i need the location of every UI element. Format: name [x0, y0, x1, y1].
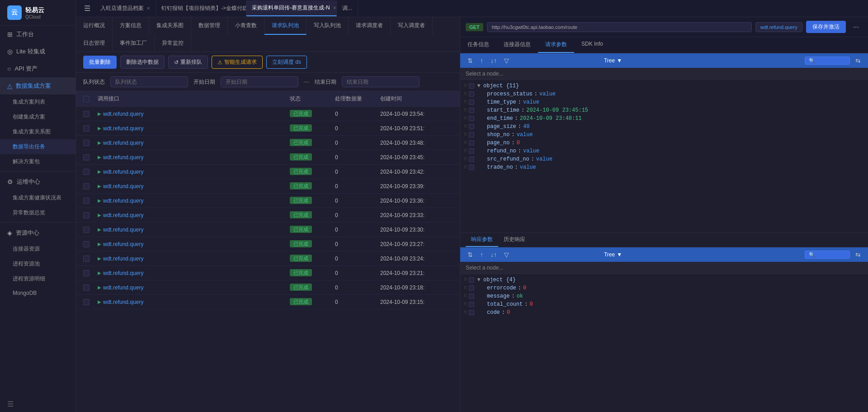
sidebar-item-api[interactable]: ○ API 资产	[0, 60, 75, 77]
right-tab-sdk-info[interactable]: SDK Info	[574, 37, 610, 53]
tab-2[interactable]: 钉钉报销【项目报销类】->金蝶付款单【班西】 ✕	[156, 1, 246, 16]
json-row-checkbox[interactable]	[469, 99, 474, 105]
json-row-checkbox[interactable]	[469, 116, 474, 121]
json-row-checkbox[interactable]	[469, 310, 474, 315]
json-row-checkbox[interactable]	[469, 132, 474, 137]
row-checkbox[interactable]	[83, 241, 90, 247]
json-row-checkbox[interactable]	[469, 294, 474, 299]
api-link[interactable]: ▶ wdt.refund.query	[98, 154, 290, 161]
expand-btn[interactable]: ⇆	[854, 56, 863, 65]
api-link[interactable]: ▶ wdt.refund.query	[98, 169, 290, 175]
delete-selected-btn[interactable]: 删除选中数据	[120, 56, 165, 69]
api-link[interactable]: ▶ wdt.refund.query	[98, 140, 290, 146]
api-link[interactable]: ▶ wdt.refund.query	[98, 111, 290, 117]
expand-all-btn[interactable]: ⇅	[466, 56, 475, 65]
batch-delete-btn[interactable]: 批量删除	[83, 56, 117, 69]
end-date-input[interactable]	[342, 76, 420, 87]
sidebar-sub-create-solution[interactable]: 创建集成方案	[0, 109, 75, 124]
sidebar-sub-solution-map[interactable]: 集成方案关系图	[0, 124, 75, 139]
sidebar-item-resources[interactable]: ◈ 资源中心	[0, 224, 75, 242]
select-all-checkbox[interactable]	[83, 96, 90, 102]
section-tab-event-factory[interactable]: 事件加工厂	[113, 35, 155, 52]
response-tab-params[interactable]: 响应参数	[466, 233, 498, 247]
row-checkbox[interactable]	[83, 125, 90, 132]
right-tab-request-params[interactable]: 请求参数	[538, 37, 574, 53]
row-checkbox[interactable]	[83, 227, 90, 233]
json-row-checkbox[interactable]	[469, 148, 474, 154]
resp-expand-all-btn[interactable]: ⇅	[466, 250, 475, 259]
api-link[interactable]: ▶ wdt.refund.query	[98, 125, 290, 132]
row-checkbox[interactable]	[83, 140, 90, 146]
json-row-checkbox[interactable]	[469, 83, 474, 89]
section-tab-relation-map[interactable]: 集成关系图	[149, 17, 191, 35]
section-tab-xq[interactable]: 小青查数	[228, 17, 264, 35]
json-field-row[interactable]: ⠿ message : ok	[460, 292, 868, 300]
tab-1-close[interactable]: ✕	[146, 6, 150, 11]
api-link[interactable]: ▶ wdt.refund.query	[98, 256, 290, 262]
api-link[interactable]: ▶ wdt.refund.query	[98, 241, 290, 247]
tab-3[interactable]: 采购退料单回传-赛意直接生成-N ✕	[246, 0, 337, 16]
section-tab-request-pool[interactable]: 请求队列池	[264, 17, 307, 35]
response-search-input[interactable]	[805, 251, 850, 259]
json-field-row[interactable]: ⠿ total_count : 0	[460, 300, 868, 308]
tab-4[interactable]: 调...	[337, 1, 358, 16]
api-link[interactable]: ▶ wdt.refund.query	[98, 183, 290, 189]
api-link[interactable]: ▶ wdt.refund.query	[98, 212, 290, 218]
api-link[interactable]: ▶ wdt.refund.query	[98, 198, 290, 204]
json-field-row[interactable]: ⠿ shop_no : value	[460, 131, 868, 139]
resp-json-root-row[interactable]: ⠿ ▼ object {4}	[460, 276, 868, 284]
section-tab-abnormal-monitor[interactable]: 异常监控	[155, 35, 191, 52]
sort-btn[interactable]: ↑	[478, 56, 485, 65]
section-tab-write-pool[interactable]: 写入队列池	[307, 17, 349, 35]
section-tab-solution-info[interactable]: 方案信息	[113, 17, 149, 35]
requeue-btn[interactable]: ↺ 重新排队	[168, 56, 208, 69]
resp-row-checkbox[interactable]	[469, 277, 474, 283]
sort-desc-btn[interactable]: ↓↑	[489, 56, 499, 65]
json-field-row[interactable]: ⠿ process_status : value	[460, 90, 868, 98]
more-options-btn[interactable]: ···	[849, 21, 863, 33]
menu-icon[interactable]: ☰	[80, 4, 95, 13]
sidebar-collapse-btn[interactable]: ☰	[0, 396, 75, 412]
sidebar-sub-solution-pkg[interactable]: 解决方案包	[0, 154, 75, 169]
row-checkbox[interactable]	[83, 169, 90, 175]
sidebar-item-ops[interactable]: ⚙ 运维中心	[0, 173, 75, 190]
start-date-input[interactable]	[221, 76, 298, 87]
resp-sort-btn[interactable]: ↑	[478, 250, 485, 259]
resp-sort-desc-btn[interactable]: ↓↑	[489, 250, 499, 259]
json-field-row[interactable]: ⠿ page_size : 40	[460, 123, 868, 131]
json-row-checkbox[interactable]	[469, 285, 474, 291]
json-field-row[interactable]: ⠿ src_refund_no : value	[460, 155, 868, 163]
row-checkbox[interactable]	[83, 154, 90, 161]
json-field-row[interactable]: ⠿ time_type : value	[460, 98, 868, 106]
section-tab-data-mgmt[interactable]: 数据管理	[191, 17, 228, 35]
json-root-row[interactable]: ⠿ ▼ object {11}	[460, 82, 868, 90]
sidebar-sub-process-pool[interactable]: 进程资源池	[0, 256, 75, 271]
json-row-checkbox[interactable]	[469, 124, 474, 129]
row-checkbox[interactable]	[83, 111, 90, 117]
row-checkbox[interactable]	[83, 270, 90, 276]
resp-expand-icon[interactable]: ▼	[476, 277, 481, 283]
json-row-checkbox[interactable]	[469, 91, 474, 97]
json-field-row[interactable]: ⠿ page_no : 0	[460, 139, 868, 147]
section-tab-overview[interactable]: 运行概况	[76, 17, 113, 35]
section-tab-write-scheduler[interactable]: 写入调度者	[391, 17, 433, 35]
json-field-row[interactable]: ⠿ errorcode : 0	[460, 284, 868, 292]
row-checkbox[interactable]	[83, 198, 90, 204]
schedule-btn[interactable]: 立刻调度 ds	[266, 56, 307, 69]
json-field-row[interactable]: ⠿ start_time : 2024-10-09 23:45:15	[460, 106, 868, 114]
json-row-checkbox[interactable]	[469, 302, 474, 307]
sidebar-sub-data-export[interactable]: 数据导出任务	[0, 139, 75, 154]
json-row-checkbox[interactable]	[469, 108, 474, 113]
section-tab-request-scheduler[interactable]: 请求调度者	[349, 17, 391, 35]
api-link[interactable]: ▶ wdt.refund.query	[98, 270, 290, 276]
smart-generate-btn[interactable]: ⚠ 智能生成请求	[212, 56, 263, 69]
json-field-row[interactable]: ⠿ end_time : 2024-10-09 23:48:11	[460, 114, 868, 123]
save-activate-btn[interactable]: 保存并激活	[806, 21, 846, 33]
json-row-checkbox[interactable]	[469, 156, 474, 162]
sidebar-item-data-integration[interactable]: △ 数据集成方案	[0, 77, 75, 95]
json-field-row[interactable]: ⠿ trade_no : value	[460, 163, 868, 171]
queue-status-input[interactable]	[110, 76, 188, 87]
json-row-checkbox[interactable]	[469, 165, 474, 170]
api-link[interactable]: ▶ wdt.refund.query	[98, 284, 290, 291]
tab-3-close[interactable]: ✕	[333, 5, 336, 10]
